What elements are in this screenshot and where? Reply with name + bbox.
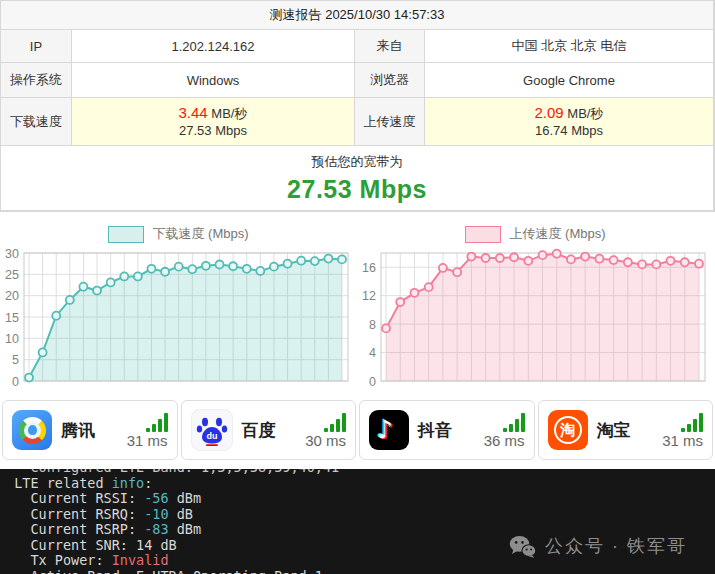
terminal-lines: Configured LTE Band: 1,3,5,38,39,40,41 L… — [6, 469, 715, 574]
svg-text:25: 25 — [5, 268, 19, 282]
download-chart-legend: 下载速度 (Mbps) — [108, 224, 248, 244]
upload-legend-label: 上传速度 (Mbps) — [509, 225, 605, 243]
svg-text:30: 30 — [5, 247, 19, 261]
ping-card-name: 百度 — [242, 419, 276, 442]
terminal-line: Current RSSI: -56 dBm — [6, 491, 715, 507]
os-value: Windows — [72, 63, 355, 98]
origin-label: 来自 — [355, 30, 425, 63]
ping-card-name: 淘宝 — [597, 419, 631, 442]
ip-label: IP — [1, 30, 72, 63]
latency-value: 31 ms — [662, 433, 703, 448]
ping-card-baidu: du百度30 ms — [181, 400, 357, 460]
svg-text:5: 5 — [12, 353, 19, 367]
signal-bars-icon — [503, 413, 525, 432]
svg-text:0: 0 — [12, 375, 19, 389]
browser-value: Google Chrome — [425, 63, 714, 98]
speedtest-report-page: 测速报告 2025/10/30 14:57:33 IP 1.202.124.16… — [0, 0, 715, 574]
ping-card-latency-block: 31 ms — [662, 413, 703, 448]
ping-card-taobao: 淘淘宝31 ms — [538, 400, 714, 460]
svg-text:8: 8 — [369, 318, 376, 332]
ping-card-latency-block: 30 ms — [305, 413, 346, 448]
upload-mb-unit: MB/秒 — [567, 106, 603, 121]
douyin-icon: ♪♪♪ — [369, 410, 409, 450]
terminal-line: LTE related info: — [6, 476, 715, 492]
upload-chart-legend: 上传速度 (Mbps) — [465, 224, 605, 244]
download-legend-label: 下载速度 (Mbps) — [152, 225, 248, 243]
latency-value: 31 ms — [127, 433, 168, 448]
svg-text:20: 20 — [5, 289, 19, 303]
taobao-icon: 淘 — [548, 410, 588, 450]
browser-label: 浏览器 — [355, 63, 425, 98]
download-chart: 下载速度 (Mbps) 051015202530 — [0, 224, 357, 390]
baidu-icon: du — [191, 409, 233, 451]
signal-bars-icon — [324, 413, 346, 432]
upload-chart-plot: 0481216 — [360, 246, 712, 390]
ping-card-name: 抖音 — [418, 419, 452, 442]
download-speed-label: 下载速度 — [1, 98, 72, 146]
svg-text:0: 0 — [369, 375, 376, 389]
bandwidth-estimate: 预估您的宽带为 27.53 Mbps — [1, 146, 714, 211]
download-mbps-value: 27.53 Mbps — [179, 122, 247, 139]
watermark-text: 公众号 · 铁军哥 — [545, 539, 687, 555]
upload-mb-value: 2.09 — [535, 104, 564, 121]
tencent-icon — [12, 410, 52, 450]
bandwidth-caption: 预估您的宽带为 — [312, 153, 403, 171]
ping-cards-row: 腾讯31 msdu百度30 ms♪♪♪抖音36 ms淘淘宝31 ms — [0, 400, 715, 460]
ping-card-douyin: ♪♪♪抖音36 ms — [359, 400, 535, 460]
ping-card-latency-block: 31 ms — [127, 413, 168, 448]
download-mb-unit: MB/秒 — [211, 106, 247, 121]
download-speed-value: 3.44 MB/秒 27.53 Mbps — [72, 98, 355, 146]
bandwidth-value: 27.53 Mbps — [287, 175, 427, 204]
charts-section: 下载速度 (Mbps) 051015202530 上传速度 (Mbps) 048… — [0, 224, 715, 390]
ping-card-latency-block: 36 ms — [484, 413, 525, 448]
terminal-output: Configured LTE Band: 1,3,5,38,39,40,41 L… — [0, 469, 715, 574]
svg-text:4: 4 — [369, 346, 376, 360]
signal-bars-icon — [681, 413, 703, 432]
svg-text:10: 10 — [5, 332, 19, 346]
os-label: 操作系统 — [1, 63, 72, 98]
report-table: 测速报告 2025/10/30 14:57:33 IP 1.202.124.16… — [0, 0, 715, 212]
upload-chart: 上传速度 (Mbps) 0481216 — [357, 224, 714, 390]
svg-text:12: 12 — [362, 289, 376, 303]
upload-speed-value: 2.09 MB/秒 16.74 Mbps — [425, 98, 714, 146]
ping-card-tencent: 腾讯31 ms — [2, 400, 178, 460]
terminal-line: Active Band: E-UTRA Operating Band 1 — [6, 569, 715, 574]
download-legend-swatch — [108, 226, 144, 243]
svg-text:15: 15 — [5, 311, 19, 325]
download-chart-plot: 051015202530 — [3, 246, 355, 390]
latency-value: 30 ms — [305, 433, 346, 448]
signal-bars-icon — [146, 413, 168, 432]
terminal-line: Current RSRQ: -10 dB — [6, 507, 715, 523]
ping-card-name: 腾讯 — [61, 419, 95, 442]
upload-speed-label: 上传速度 — [355, 98, 425, 146]
svg-text:du: du — [206, 431, 217, 441]
watermark: 公众号 · 铁军哥 — [509, 535, 687, 558]
origin-value: 中国 北京 北京 电信 — [425, 30, 714, 63]
upload-legend-swatch — [465, 226, 501, 243]
download-mb-value: 3.44 — [179, 104, 208, 121]
ip-value: 1.202.124.162 — [72, 30, 355, 63]
upload-mbps-value: 16.74 Mbps — [535, 122, 603, 139]
wechat-icon — [509, 535, 536, 558]
report-title: 测速报告 2025/10/30 14:57:33 — [1, 1, 714, 30]
svg-text:16: 16 — [362, 261, 376, 275]
latency-value: 36 ms — [484, 433, 525, 448]
